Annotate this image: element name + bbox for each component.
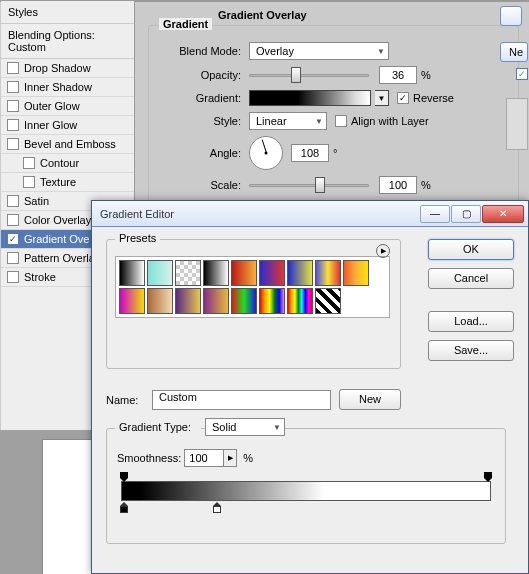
save-button[interactable]: Save... — [428, 340, 514, 361]
style-item-label: Outer Glow — [24, 100, 80, 112]
smoothness-value[interactable]: 100 — [184, 449, 224, 467]
style-item-label: Gradient Ove — [24, 233, 89, 245]
preview-swatch — [506, 98, 528, 150]
style-select[interactable]: Linear — [249, 112, 327, 130]
checkbox[interactable] — [7, 252, 19, 264]
style-item-contour[interactable]: Contour — [1, 154, 134, 173]
name-label: Name: — [106, 394, 152, 406]
preset-swatch-15[interactable] — [287, 288, 313, 314]
checkbox[interactable] — [7, 195, 19, 207]
style-item-inner-glow[interactable]: Inner Glow — [1, 116, 134, 135]
titlebar[interactable]: Gradient Editor — ▢ ✕ — [92, 201, 528, 227]
preset-swatch-6[interactable] — [287, 260, 313, 286]
preset-swatch-13[interactable] — [231, 288, 257, 314]
preset-swatch-5[interactable] — [259, 260, 285, 286]
gradient-type-select[interactable]: Solid — [205, 418, 285, 436]
new-style-button-cropped[interactable]: Ne — [500, 42, 528, 62]
color-stop-left[interactable] — [119, 502, 129, 513]
checkbox[interactable] — [7, 271, 19, 283]
new-button[interactable]: New — [339, 389, 401, 410]
load-button[interactable]: Load... — [428, 311, 514, 332]
preset-swatch-7[interactable] — [315, 260, 341, 286]
section-title: Gradient Overlay — [218, 9, 519, 21]
checkbox[interactable] — [7, 62, 19, 74]
gradient-type-group: Gradient Type: Solid Smoothness: 100 ▶ % — [106, 428, 506, 544]
checkbox[interactable] — [23, 176, 35, 188]
style-item-label: Color Overlay — [24, 214, 91, 226]
blending-options-row[interactable]: Blending Options: Custom — [1, 24, 134, 59]
opacity-slider[interactable] — [249, 66, 369, 84]
opacity-stop-right[interactable] — [483, 472, 493, 482]
style-item-outer-glow[interactable]: Outer Glow — [1, 97, 134, 116]
preset-swatch-16[interactable] — [315, 288, 341, 314]
preset-swatch-1[interactable] — [147, 260, 173, 286]
gtype-label-prefix: Gradient Type: — [115, 421, 201, 433]
close-button[interactable]: ✕ — [482, 205, 524, 223]
checkbox[interactable] — [7, 81, 19, 93]
angle-dial[interactable] — [249, 136, 283, 170]
gradient-bar[interactable] — [117, 481, 495, 525]
pct-label-3: % — [243, 452, 253, 464]
checkbox[interactable] — [7, 119, 19, 131]
ok-button[interactable]: OK — [428, 239, 514, 260]
layer-style-dialog: Styles Blending Options: Custom Drop Sha… — [0, 0, 529, 2]
style-item-label: Bevel and Emboss — [24, 138, 116, 150]
presets-menu-button[interactable]: ▶ — [376, 244, 390, 258]
gradient-editor-window: Gradient Editor — ▢ ✕ Presets ▶ Name: Cu… — [91, 200, 529, 574]
checkbox[interactable] — [7, 100, 19, 112]
maximize-button[interactable]: ▢ — [451, 205, 481, 223]
pct-label: % — [421, 69, 431, 81]
preset-swatch-10[interactable] — [147, 288, 173, 314]
blend-mode-select[interactable]: Overlay — [249, 42, 389, 60]
gradient-editor-buttons: OK Cancel Load... Save... — [428, 239, 514, 369]
style-item-label: Inner Glow — [24, 119, 77, 131]
checkbox[interactable]: ✓ — [7, 233, 19, 245]
style-item-inner-shadow[interactable]: Inner Shadow — [1, 78, 134, 97]
style-item-label: Contour — [40, 157, 79, 169]
minimize-button[interactable]: — — [420, 205, 450, 223]
style-item-label: Pattern Overlay — [24, 252, 100, 264]
top-button-cropped[interactable] — [500, 6, 522, 26]
scale-slider[interactable] — [249, 176, 369, 194]
preset-swatch-3[interactable] — [203, 260, 229, 286]
checkbox[interactable] — [23, 157, 35, 169]
scale-label: Scale: — [159, 179, 249, 191]
preset-swatch-8[interactable] — [343, 260, 369, 286]
styles-header[interactable]: Styles — [1, 1, 134, 24]
color-stop-mid[interactable] — [212, 502, 222, 513]
checkbox[interactable] — [7, 214, 19, 226]
preset-swatch-4[interactable] — [231, 260, 257, 286]
preset-swatch-12[interactable] — [203, 288, 229, 314]
gradient-label: Gradient: — [159, 92, 249, 104]
scale-value[interactable]: 100 — [379, 176, 417, 194]
blend-mode-label: Blend Mode: — [159, 45, 249, 57]
smoothness-spinner[interactable]: ▶ — [223, 449, 237, 467]
checkbox[interactable] — [7, 138, 19, 150]
gradient-group: Gradient Blend Mode: Overlay Opacity: 36… — [148, 25, 519, 213]
preset-swatch-0[interactable] — [119, 260, 145, 286]
preset-swatch-2[interactable] — [175, 260, 201, 286]
style-label: Style: — [159, 115, 249, 127]
align-checkbox[interactable] — [335, 115, 347, 127]
presets-group: Presets ▶ — [106, 239, 401, 369]
preset-swatch-9[interactable] — [119, 288, 145, 314]
preset-swatch-11[interactable] — [175, 288, 201, 314]
gradient-picker-button[interactable]: ▼ — [375, 90, 389, 106]
opacity-value[interactable]: 36 — [379, 66, 417, 84]
style-item-drop-shadow[interactable]: Drop Shadow — [1, 59, 134, 78]
style-item-bevel-and-emboss[interactable]: Bevel and Emboss — [1, 135, 134, 154]
gradient-preview[interactable] — [249, 90, 371, 106]
name-input[interactable]: Custom — [152, 390, 331, 410]
opacity-stop-left[interactable] — [119, 472, 129, 482]
preset-swatch-14[interactable] — [259, 288, 285, 314]
cancel-button[interactable]: Cancel — [428, 268, 514, 289]
right-buttons: Ne ✓ — [500, 3, 528, 150]
style-item-label: Satin — [24, 195, 49, 207]
reverse-label: Reverse — [413, 92, 454, 104]
angle-value[interactable]: 108 — [291, 144, 329, 162]
preview-checkbox[interactable]: ✓ — [516, 68, 528, 80]
style-item-texture[interactable]: Texture — [1, 173, 134, 192]
smoothness-label: Smoothness: — [117, 452, 181, 464]
window-title: Gradient Editor — [96, 208, 419, 220]
reverse-checkbox[interactable]: ✓ — [397, 92, 409, 104]
